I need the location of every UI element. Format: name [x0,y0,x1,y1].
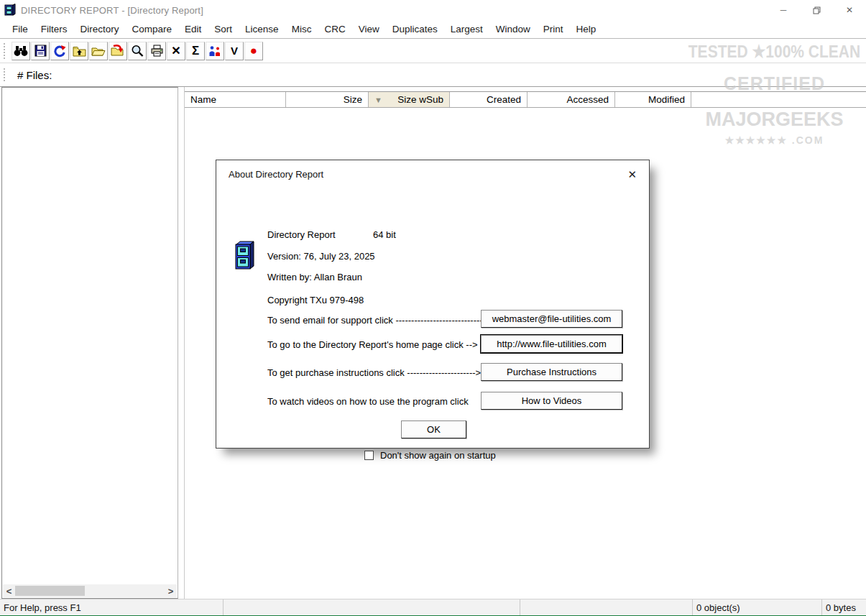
restore-icon [813,6,821,14]
restore-button[interactable] [800,0,833,20]
folder-jump-button[interactable] [109,42,127,60]
about-dialog-body: Directory Report 64 bit Version: 76, Jul… [216,188,649,449]
files-count-label: # Files: [17,69,52,81]
folder-jump-icon [111,45,125,57]
compare-dirs-button[interactable] [206,42,224,60]
menu-file[interactable]: File [6,20,34,38]
home-page-label: To go to the Directory Report's home pag… [267,339,478,350]
menu-compare[interactable]: Compare [126,20,179,38]
menu-sort[interactable]: Sort [208,20,239,38]
save-floppy-icon [34,45,47,57]
sum-sigma-icon: Σ [192,45,199,57]
app-window: DIRECTORY REPORT - [Directory Report] ─ … [0,0,866,616]
menu-duplicates[interactable]: Duplicates [386,20,444,38]
folder-open-icon [91,45,106,57]
purchase-instructions-button[interactable]: Purchase Instructions [481,363,622,381]
bitness-text: 64 bit [373,229,396,240]
status-pane-empty-1 [223,599,520,616]
file-cabinet-icon [234,240,254,272]
about-dialog: About Directory Report ✕ Directory Repor… [216,160,650,449]
tree-horizontal-scrollbar[interactable]: < > [3,584,177,597]
verify-v-icon: V [231,45,238,56]
scrollbar-thumb[interactable] [15,586,85,596]
how-to-videos-button[interactable]: How to Videos [481,392,622,410]
home-page-button[interactable]: http://www.file-utilities.com [481,335,622,353]
magnifier-zoom-icon [131,45,144,58]
scroll-left-arrow-icon[interactable]: < [3,584,15,597]
folder-up-icon [73,45,86,57]
scroll-right-arrow-icon[interactable]: > [165,584,177,597]
support-email-button[interactable]: webmaster@file-utilities.com [481,310,622,328]
dont-show-again-row: Don't show again on startup [364,450,496,461]
menu-help[interactable]: Help [570,20,603,38]
column-header-filler [691,92,866,107]
refresh-button[interactable] [50,42,69,60]
menu-filters[interactable]: Filters [34,20,74,38]
sum-button[interactable]: Σ [186,42,205,60]
window-title: DIRECTORY REPORT - [Directory Report] [21,5,203,16]
status-objects-pane: 0 object(s) [692,599,821,616]
menu-print[interactable]: Print [537,20,570,38]
menu-misc[interactable]: Misc [285,20,318,38]
column-header-modified[interactable]: Modified [615,92,691,107]
menu-bar: File Filters Directory Compare Edit Sort… [0,20,866,39]
folder-open-button[interactable] [89,42,108,60]
purchase-label: To get purchase instructions click -----… [267,367,481,378]
toolbar-gripper[interactable] [4,43,7,59]
support-email-label: To send email for support click --------… [267,315,488,326]
videos-label: To watch videos on how to use the progra… [267,396,469,407]
app-icon [4,4,17,17]
print-button[interactable] [147,42,166,60]
menu-view[interactable]: View [352,20,386,38]
verify-button[interactable]: V [225,42,244,60]
column-header-created[interactable]: Created [450,92,528,107]
delete-button[interactable]: ✕ [167,42,185,60]
table-header-row: Name Size ▼ Size wSub Created Accessed M… [185,91,866,108]
version-text: Version: 76, July 23, 2025 [267,251,375,262]
copyright-text: Copyright TXu 979-498 [267,295,364,305]
status-bytes-pane: 0 bytes [821,599,866,616]
status-help-pane: For Help, press F1 [0,599,223,616]
find-button[interactable] [11,42,30,60]
save-button[interactable] [31,42,50,60]
menu-directory[interactable]: Directory [74,20,126,38]
stop-record-icon: ● [250,45,257,57]
delete-x-icon: ✕ [171,45,180,57]
panel-splitter[interactable] [178,87,184,599]
menu-largest[interactable]: Largest [444,20,489,38]
files-bar-gripper[interactable] [4,68,7,81]
ok-button[interactable]: OK [401,420,466,438]
zoom-button[interactable] [128,42,147,60]
directory-tree-panel[interactable]: < > [1,87,178,599]
files-bar: # Files: [0,63,866,87]
author-text: Written by: Allan Braun [267,272,362,282]
printer-icon [150,45,164,57]
status-bar: For Help, press F1 0 object(s) 0 bytes [0,599,866,616]
about-dialog-title-bar: About Directory Report ✕ [216,160,649,188]
binoculars-find-icon [14,45,28,58]
stop-button[interactable]: ● [244,42,263,60]
menu-window[interactable]: Window [489,20,537,38]
menu-license[interactable]: License [239,20,285,38]
compare-people-icon [208,45,221,57]
dont-show-again-label: Don't show again on startup [380,450,496,461]
title-bar: DIRECTORY REPORT - [Directory Report] ─ … [0,0,866,20]
about-dialog-close-button[interactable]: ✕ [627,168,637,181]
menu-crc[interactable]: CRC [318,20,351,38]
refresh-icon [53,45,66,58]
column-header-size-wsub[interactable]: ▼ Size wSub [369,92,450,107]
sort-descending-icon: ▼ [374,96,382,104]
column-header-size[interactable]: Size [286,92,369,107]
app-name-text: Directory Report [267,229,336,240]
menu-edit[interactable]: Edit [178,20,208,38]
toolbar: ✕ Σ V ● [0,39,866,63]
close-button[interactable]: ✕ [833,0,866,20]
folder-up-button[interactable] [70,42,88,60]
column-header-name[interactable]: Name [185,92,286,107]
minimize-button[interactable]: ─ [767,0,800,20]
about-dialog-title: About Directory Report [229,169,323,180]
dont-show-again-checkbox[interactable] [364,451,374,460]
column-header-accessed[interactable]: Accessed [528,92,615,107]
status-pane-empty-2 [520,599,692,616]
